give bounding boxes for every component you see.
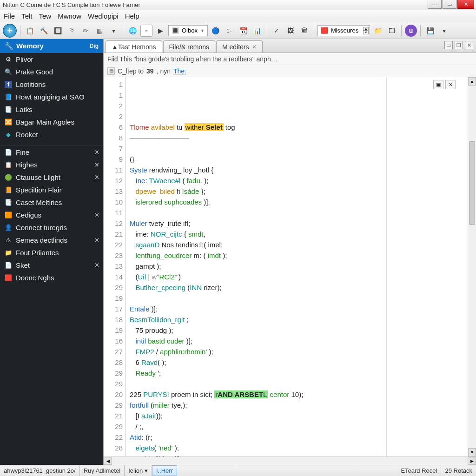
sidebar-item[interactable]: ⚙Plivor (0, 53, 103, 66)
code-line[interactable]: Butlher_cpecing (INN rizer); (130, 282, 464, 293)
sidebar-config-icon[interactable]: Dig (90, 43, 99, 49)
toolbar-icon[interactable]: 🏛 (298, 25, 311, 37)
scroll-left-icon[interactable]: ◀ (104, 457, 112, 465)
code-line[interactable]: dpewe_biled fi Isáde }; (130, 186, 464, 197)
close-icon[interactable]: ✕ (94, 237, 99, 244)
config-combo[interactable]: 🔳 Olbox ▼ (168, 25, 208, 36)
vertical-scrollbar[interactable]: ▲ ▼ (468, 77, 476, 456)
toolbar-icon[interactable]: 📋 (24, 25, 36, 37)
toolbar-icon[interactable]: 📁 (372, 25, 384, 37)
sidebar-item[interactable]: 👤Connect turegris (0, 221, 103, 234)
sidebar-item[interactable]: ◆Rooket (0, 128, 103, 141)
code-content[interactable]: ▣ ✕ Tlome avilabel tu wither Selet tog──… (126, 77, 468, 456)
editor-tab[interactable]: File/& remons (163, 40, 215, 53)
mini-btn[interactable]: ▣ (433, 80, 443, 89)
toolbar-icon[interactable]: ✏ (79, 25, 92, 37)
sidebar-item[interactable]: 📙Speciition Flair (0, 184, 103, 196)
scroll-thumb[interactable] (469, 141, 475, 225)
code-line[interactable]: Muler tvety_irute ifl; (130, 218, 464, 229)
bc-icon[interactable]: ▤ (107, 67, 115, 75)
sidebar-item[interactable]: fLootitions (0, 78, 103, 91)
maximize-button[interactable]: ▭ (443, 0, 456, 9)
spinner[interactable]: ▲▼ (363, 27, 369, 34)
code-line[interactable]: 6 Ravd( ); (130, 357, 464, 368)
close-icon[interactable]: ✕ (94, 212, 99, 218)
code-line[interactable]: / ;, (130, 421, 464, 432)
code-line[interactable]: (Uil | w"RCl2'") (130, 271, 464, 282)
code-line[interactable] (130, 378, 464, 389)
code-line[interactable] (130, 143, 464, 154)
close-icon[interactable]: ✕ (94, 262, 99, 269)
menu-help[interactable]: Help (125, 12, 139, 20)
menu-wedlopipi[interactable]: Wedlopipi (88, 12, 119, 20)
toolbar-icon[interactable]: ▫ (140, 25, 152, 37)
tab-close-icon[interactable]: ✕ (465, 41, 473, 49)
code-line[interactable] (130, 207, 464, 218)
new-button[interactable]: + (3, 24, 17, 38)
tab-min-icon[interactable]: ▭ (444, 41, 453, 49)
toolbar-icon[interactable]: 🗔 (386, 25, 398, 37)
code-line[interactable]: Tlome avilabel tu wither Selet tog (130, 122, 464, 132)
code-line[interactable]: wnids {( fext )] (130, 453, 464, 456)
code-line[interactable]: Atid: (r; (130, 432, 464, 443)
code-line[interactable]: BesmToliidon_rgit ; (130, 314, 464, 325)
toolbar-icon[interactable]: 💾 (424, 25, 436, 37)
code-line[interactable]: (} (130, 154, 464, 165)
sidebar-item[interactable]: 🔀Bagar Main Agoles (0, 116, 103, 128)
code-line[interactable]: 225 PURYSI proem in sict; rAND ARSBETL c… (130, 389, 464, 400)
sidebar-item[interactable]: 🟧Cedigus✕ (0, 209, 103, 221)
menu-file[interactable]: File (4, 12, 15, 20)
sidebar-item[interactable]: 🟢Ctauuse Llight✕ (0, 171, 103, 184)
code-line[interactable]: fortfull (miiler tye,); (130, 400, 464, 410)
toolbar-icon[interactable]: 1≡ (224, 25, 236, 37)
code-line[interactable] (130, 293, 464, 304)
code-line[interactable]: [I aJait)); (130, 410, 464, 421)
editor-tab[interactable]: ▲Tast Hemons (106, 40, 162, 53)
measures-combo[interactable]: 🟥 Misseures ▲▼ (317, 25, 370, 36)
menu-telt[interactable]: Telt (21, 12, 32, 20)
editor-tab[interactable]: M editers✕ (216, 40, 263, 53)
sidebar-header[interactable]: 🔧Wemory Dig (0, 39, 103, 53)
code-line[interactable]: Entale )]; (130, 304, 464, 314)
scroll-up-icon[interactable]: ▲ (468, 77, 476, 86)
close-icon[interactable]: ✕ (94, 161, 99, 168)
horizontal-scrollbar[interactable]: ◀ ▶ (104, 456, 476, 465)
run-button[interactable]: ▶ (154, 25, 166, 37)
code-line[interactable]: intil bastd cuder )]; (130, 336, 464, 346)
tab-max-icon[interactable]: ❐ (455, 41, 463, 49)
code-line[interactable]: 75 proudg ); (130, 325, 464, 336)
code-line[interactable]: lentfung_eoudrcer m: ( imdt ); (130, 250, 464, 261)
code-line[interactable]: Ine: TWaene#l ( fadu. ); (130, 175, 464, 186)
code-line[interactable]: gampt ); (130, 261, 464, 271)
status-button[interactable]: I..Herr (152, 465, 177, 476)
toolbar-icon[interactable]: 📆 (238, 25, 250, 37)
close-icon[interactable]: ✕ (94, 174, 99, 181)
code-line[interactable]: eigets( 'ned' ); (130, 443, 464, 453)
close-icon[interactable]: ✕ (252, 44, 257, 50)
scroll-down-icon[interactable]: ▼ (468, 448, 476, 456)
close-button[interactable]: ✕ (457, 0, 474, 9)
toolbar-icon[interactable]: 🔲 (52, 25, 64, 37)
scroll-right-icon[interactable]: ▶ (468, 457, 476, 465)
sidebar-item[interactable]: 📑Caset Meltiries (0, 196, 103, 209)
code-line[interactable]: Ready '; (130, 368, 464, 378)
sidebar-item[interactable]: 📄Sket✕ (0, 259, 103, 271)
dropdown-icon[interactable]: ▾ (438, 25, 450, 37)
sidebar-item[interactable]: 📄Fine✕ (0, 146, 103, 159)
toolbar-icon[interactable]: 🌐 (126, 25, 139, 37)
sidebar-item[interactable]: 📁Fout Priiantes (0, 246, 103, 259)
status-cell[interactable]: Ielion ▾ (125, 465, 152, 476)
toolbar-icon[interactable]: 🔵 (210, 25, 222, 37)
toolbar-icon[interactable]: ✓ (271, 25, 283, 37)
toolbar-icon[interactable]: 🖼 (284, 25, 297, 37)
menu-mwnow[interactable]: Mwnow (58, 12, 81, 20)
sidebar-item[interactable]: 📋Highes✕ (0, 159, 103, 171)
sidebar-item[interactable]: 🟥Doonc Nghs (0, 271, 103, 284)
code-line[interactable]: FMP2 / apphlin:rhomin' ); (130, 346, 464, 357)
bc-link[interactable]: The: (173, 67, 186, 75)
code-editor[interactable]: 1122687911121310111221222313142919171819… (104, 77, 476, 456)
menu-tew[interactable]: Tew (39, 12, 52, 20)
sidebar-item[interactable]: 📘Howt angiging at SAO (0, 91, 103, 103)
code-line[interactable]: ──────────── (130, 132, 464, 143)
mini-btn[interactable]: ✕ (445, 80, 456, 89)
